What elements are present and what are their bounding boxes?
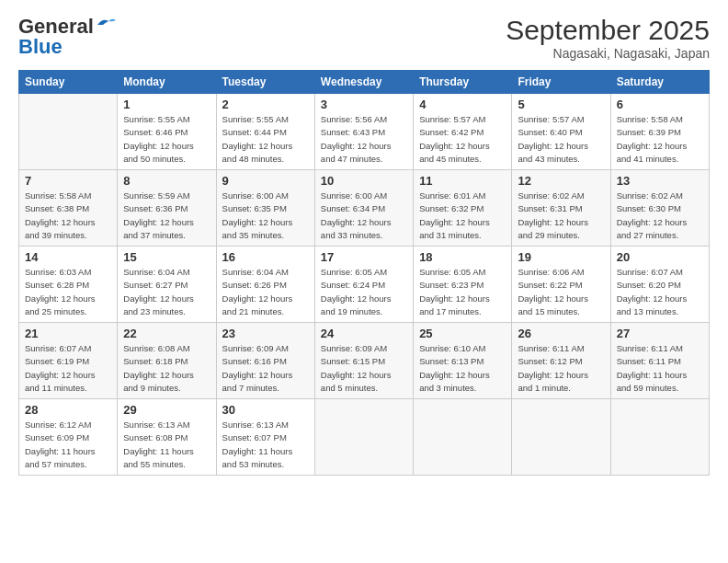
sun-info: Sunrise: 6:13 AMSunset: 6:08 PMDaylight:… — [123, 419, 210, 471]
header-row: Sunday Monday Tuesday Wednesday Thursday… — [19, 71, 710, 94]
logo: General Blue — [18, 15, 116, 59]
sun-info: Sunrise: 6:02 AMSunset: 6:30 PMDaylight:… — [617, 190, 703, 242]
table-row — [314, 399, 413, 476]
sun-info: Sunrise: 5:55 AMSunset: 6:44 PMDaylight:… — [222, 113, 309, 166]
day-number: 25 — [419, 327, 506, 340]
table-row: 28Sunrise: 6:12 AMSunset: 6:09 PMDayligh… — [19, 399, 118, 476]
calendar-table: Sunday Monday Tuesday Wednesday Thursday… — [18, 70, 710, 476]
table-row: 23Sunrise: 6:09 AMSunset: 6:16 PMDayligh… — [216, 323, 314, 399]
day-number: 9 — [222, 174, 309, 188]
day-number: 3 — [321, 98, 407, 111]
month-title: September 2025 — [506, 15, 710, 46]
sun-info: Sunrise: 6:10 AMSunset: 6:13 PMDaylight:… — [419, 342, 506, 395]
day-number: 20 — [617, 250, 703, 264]
table-row: 8Sunrise: 5:59 AMSunset: 6:36 PMDaylight… — [118, 170, 216, 247]
day-number: 23 — [222, 327, 309, 340]
day-number: 1 — [123, 98, 210, 111]
logo-bird-icon — [96, 17, 116, 32]
table-row: 14Sunrise: 6:03 AMSunset: 6:28 PMDayligh… — [19, 247, 118, 323]
table-row: 1Sunrise: 5:55 AMSunset: 6:46 PMDaylight… — [118, 94, 216, 170]
col-wednesday: Wednesday — [314, 71, 413, 94]
day-number: 22 — [123, 327, 210, 340]
day-number: 28 — [25, 403, 111, 417]
sun-info: Sunrise: 6:11 AMSunset: 6:11 PMDaylight:… — [617, 342, 703, 395]
sun-info: Sunrise: 6:04 AMSunset: 6:26 PMDaylight:… — [222, 266, 309, 318]
page: General Blue September 2025 Nagasaki, Na… — [0, 0, 728, 563]
day-number: 27 — [617, 327, 703, 340]
week-row-1: 7Sunrise: 5:58 AMSunset: 6:38 PMDaylight… — [19, 170, 710, 247]
day-number: 19 — [518, 250, 604, 264]
sun-info: Sunrise: 6:05 AMSunset: 6:24 PMDaylight:… — [321, 266, 407, 318]
sun-info: Sunrise: 6:07 AMSunset: 6:19 PMDaylight:… — [25, 342, 111, 395]
sun-info: Sunrise: 6:04 AMSunset: 6:27 PMDaylight:… — [123, 266, 210, 318]
sun-info: Sunrise: 5:57 AMSunset: 6:40 PMDaylight:… — [518, 113, 604, 166]
sun-info: Sunrise: 6:12 AMSunset: 6:09 PMDaylight:… — [25, 419, 111, 471]
table-row: 22Sunrise: 6:08 AMSunset: 6:18 PMDayligh… — [118, 323, 216, 399]
day-number: 4 — [419, 98, 506, 111]
logo-blue: Blue — [18, 35, 63, 59]
day-number: 8 — [123, 174, 210, 188]
sun-info: Sunrise: 6:09 AMSunset: 6:15 PMDaylight:… — [321, 342, 407, 395]
sun-info: Sunrise: 6:00 AMSunset: 6:35 PMDaylight:… — [222, 190, 309, 242]
sun-info: Sunrise: 6:08 AMSunset: 6:18 PMDaylight:… — [123, 342, 210, 395]
sun-info: Sunrise: 5:55 AMSunset: 6:46 PMDaylight:… — [123, 113, 210, 166]
day-number: 16 — [222, 250, 309, 264]
col-saturday: Saturday — [610, 71, 709, 94]
table-row: 5Sunrise: 5:57 AMSunset: 6:40 PMDaylight… — [512, 94, 610, 170]
week-row-3: 21Sunrise: 6:07 AMSunset: 6:19 PMDayligh… — [19, 323, 710, 399]
day-number: 5 — [518, 98, 604, 111]
sun-info: Sunrise: 6:07 AMSunset: 6:20 PMDaylight:… — [617, 266, 703, 318]
sun-info: Sunrise: 5:58 AMSunset: 6:38 PMDaylight:… — [25, 190, 111, 242]
table-row: 20Sunrise: 6:07 AMSunset: 6:20 PMDayligh… — [610, 247, 709, 323]
sun-info: Sunrise: 6:06 AMSunset: 6:22 PMDaylight:… — [518, 266, 604, 318]
day-number: 11 — [419, 174, 506, 188]
table-row: 6Sunrise: 5:58 AMSunset: 6:39 PMDaylight… — [610, 94, 709, 170]
col-monday: Monday — [118, 71, 216, 94]
table-row: 19Sunrise: 6:06 AMSunset: 6:22 PMDayligh… — [512, 247, 610, 323]
day-number: 15 — [123, 250, 210, 264]
sun-info: Sunrise: 5:58 AMSunset: 6:39 PMDaylight:… — [617, 113, 703, 166]
day-number: 2 — [222, 98, 309, 111]
day-number: 17 — [321, 250, 407, 264]
sun-info: Sunrise: 6:03 AMSunset: 6:28 PMDaylight:… — [25, 266, 111, 318]
week-row-4: 28Sunrise: 6:12 AMSunset: 6:09 PMDayligh… — [19, 399, 710, 476]
col-sunday: Sunday — [19, 71, 118, 94]
table-row: 11Sunrise: 6:01 AMSunset: 6:32 PMDayligh… — [414, 170, 512, 247]
sun-info: Sunrise: 6:05 AMSunset: 6:23 PMDaylight:… — [419, 266, 506, 318]
table-row: 30Sunrise: 6:13 AMSunset: 6:07 PMDayligh… — [216, 399, 314, 476]
table-row: 21Sunrise: 6:07 AMSunset: 6:19 PMDayligh… — [19, 323, 118, 399]
day-number: 14 — [25, 250, 111, 264]
table-row: 7Sunrise: 5:58 AMSunset: 6:38 PMDaylight… — [19, 170, 118, 247]
day-number: 30 — [222, 403, 309, 417]
location-title: Nagasaki, Nagasaki, Japan — [506, 46, 710, 61]
day-number: 26 — [518, 327, 604, 340]
day-number: 13 — [617, 174, 703, 188]
col-tuesday: Tuesday — [216, 71, 314, 94]
table-row — [19, 94, 118, 170]
day-number: 29 — [123, 403, 210, 417]
sun-info: Sunrise: 5:56 AMSunset: 6:43 PMDaylight:… — [321, 113, 407, 166]
sun-info: Sunrise: 6:09 AMSunset: 6:16 PMDaylight:… — [222, 342, 309, 395]
table-row: 16Sunrise: 6:04 AMSunset: 6:26 PMDayligh… — [216, 247, 314, 323]
table-row: 9Sunrise: 6:00 AMSunset: 6:35 PMDaylight… — [216, 170, 314, 247]
header: General Blue September 2025 Nagasaki, Na… — [18, 15, 710, 61]
day-number: 7 — [25, 174, 111, 188]
sun-info: Sunrise: 6:01 AMSunset: 6:32 PMDaylight:… — [419, 190, 506, 242]
sun-info: Sunrise: 5:57 AMSunset: 6:42 PMDaylight:… — [419, 113, 506, 166]
week-row-0: 1Sunrise: 5:55 AMSunset: 6:46 PMDaylight… — [19, 94, 710, 170]
table-row — [610, 399, 709, 476]
table-row: 27Sunrise: 6:11 AMSunset: 6:11 PMDayligh… — [610, 323, 709, 399]
table-row: 3Sunrise: 5:56 AMSunset: 6:43 PMDaylight… — [314, 94, 413, 170]
table-row: 25Sunrise: 6:10 AMSunset: 6:13 PMDayligh… — [414, 323, 512, 399]
sun-info: Sunrise: 6:02 AMSunset: 6:31 PMDaylight:… — [518, 190, 604, 242]
sun-info: Sunrise: 6:00 AMSunset: 6:34 PMDaylight:… — [321, 190, 407, 242]
table-row: 15Sunrise: 6:04 AMSunset: 6:27 PMDayligh… — [118, 247, 216, 323]
day-number: 21 — [25, 327, 111, 340]
week-row-2: 14Sunrise: 6:03 AMSunset: 6:28 PMDayligh… — [19, 247, 710, 323]
sun-info: Sunrise: 6:13 AMSunset: 6:07 PMDaylight:… — [222, 419, 309, 471]
table-row — [512, 399, 610, 476]
table-row: 4Sunrise: 5:57 AMSunset: 6:42 PMDaylight… — [414, 94, 512, 170]
table-row — [414, 399, 512, 476]
sun-info: Sunrise: 6:11 AMSunset: 6:12 PMDaylight:… — [518, 342, 604, 395]
sun-info: Sunrise: 5:59 AMSunset: 6:36 PMDaylight:… — [123, 190, 210, 242]
